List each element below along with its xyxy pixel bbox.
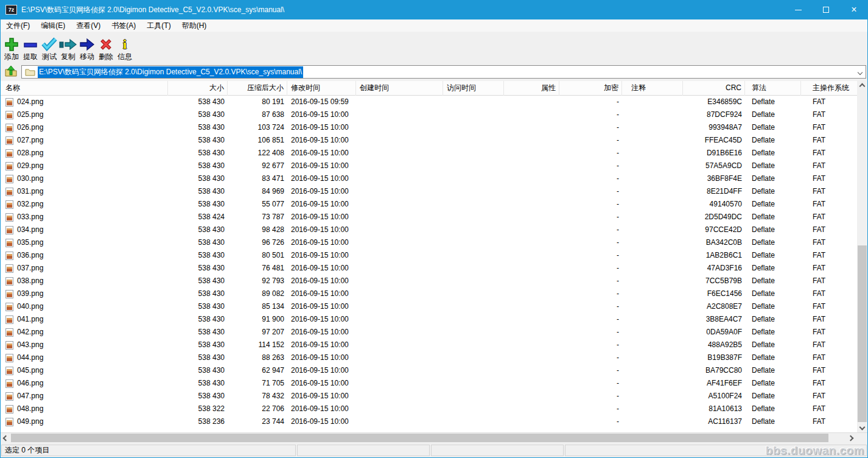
menu-bookmarks[interactable]: 书签(A) [106,19,141,32]
menu-tools[interactable]: 工具(T) [141,19,176,32]
column-header-modified[interactable]: 修改时间 [287,81,356,96]
file-attributes [504,275,559,287]
file-comment [622,224,683,236]
table-row[interactable]: 034.png 538 430 98 428 2016-09-15 10:00 … [1,224,858,236]
table-row[interactable]: 030.png 538 430 83 471 2016-09-15 10:00 … [1,172,858,185]
file-name: 030.png [17,172,43,185]
table-row[interactable]: 033.png 538 424 73 787 2016-09-15 10:00 … [1,211,858,224]
scroll-left-button[interactable] [1,433,11,443]
info-button[interactable]: i 信息 [116,33,134,62]
delete-button[interactable]: 删除 [97,33,115,62]
table-row[interactable]: 025.png 538 430 87 638 2016-09-15 10:00 … [1,108,858,121]
column-header-created[interactable]: 创建时间 [356,81,443,96]
table-row[interactable]: 042.png 538 430 97 207 2016-09-15 10:00 … [1,326,858,339]
file-modified: 2016-09-15 10:00 [287,172,356,185]
image-file-icon [5,188,13,196]
table-row[interactable]: 031.png 538 430 84 969 2016-09-15 10:00 … [1,185,858,198]
file-created [356,313,443,326]
maximize-button[interactable] [812,0,840,19]
table-row[interactable]: 041.png 538 430 91 900 2016-09-15 10:00 … [1,313,858,326]
scroll-down-button[interactable] [857,422,867,432]
table-row[interactable]: 037.png 538 430 76 481 2016-09-15 10:00 … [1,262,858,275]
scroll-right-button[interactable] [845,433,856,443]
table-row[interactable]: 039.png 538 430 89 082 2016-09-15 10:00 … [1,287,858,300]
table-row[interactable]: 024.png 538 430 80 191 2016-09-15 09:59 … [1,96,858,108]
table-row[interactable]: 043.png 538 430 114 152 2016-09-15 10:00… [1,339,858,351]
file-packed-size: 122 408 [228,147,287,160]
vertical-scrollbar[interactable] [857,81,867,432]
column-header-encrypted[interactable]: 加密 [559,81,622,96]
address-input[interactable]: E:\PSV\数码宝贝网络侦探 2.0\Digimon Detective_C5… [21,65,866,79]
table-row[interactable]: 028.png 538 430 122 408 2016-09-15 10:00… [1,147,858,160]
file-attributes [504,147,559,160]
move-arrow-icon [79,36,96,52]
file-host-os: FAT [801,96,858,108]
table-row[interactable]: 027.png 538 430 106 851 2016-09-15 10:00… [1,134,858,147]
column-header-crc[interactable]: CRC [683,81,745,96]
table-row[interactable]: 036.png 538 430 80 501 2016-09-15 10:00 … [1,249,858,262]
file-method: Deflate [745,121,801,134]
file-host-os: FAT [801,185,858,198]
table-row[interactable]: 032.png 538 430 55 077 2016-09-15 10:00 … [1,198,858,211]
table-row[interactable]: 046.png 538 430 71 705 2016-09-15 10:00 … [1,377,858,390]
table-row[interactable]: 049.png 538 236 23 744 2016-09-15 10:00 … [1,415,858,428]
up-one-level-button[interactable] [3,65,19,79]
column-header-method[interactable]: 算法 [745,81,801,96]
file-created [356,224,443,236]
file-method: Deflate [745,249,801,262]
vertical-scrollbar-thumb[interactable] [858,245,867,422]
column-header-comment[interactable]: 注释 [622,81,683,96]
file-accessed [443,403,504,415]
horizontal-scrollbar[interactable] [1,432,867,443]
file-name: 040.png [17,300,43,313]
file-modified: 2016-09-15 10:00 [287,185,356,198]
table-row[interactable]: 038.png 538 430 92 793 2016-09-15 10:00 … [1,275,858,287]
file-size: 538 430 [168,300,228,313]
table-row[interactable]: 029.png 538 430 92 677 2016-09-15 10:00 … [1,160,858,172]
extract-minus-icon [23,36,38,52]
column-header-size[interactable]: 大小 [168,81,228,96]
file-modified: 2016-09-15 10:00 [287,415,356,428]
table-row[interactable]: 044.png 538 430 88 263 2016-09-15 10:00 … [1,351,858,364]
column-header-accessed[interactable]: 访问时间 [443,81,504,96]
table-row[interactable]: 047.png 538 430 78 432 2016-09-15 10:00 … [1,390,858,403]
menu-edit[interactable]: 编辑(E) [35,19,71,32]
chevron-down-icon[interactable] [858,70,863,75]
extract-button[interactable]: 提取 [21,33,40,62]
copy-button[interactable]: 复制 [59,33,77,62]
column-header-name[interactable]: 名称 [1,81,168,96]
menu-help[interactable]: 帮助(H) [177,19,212,32]
table-row[interactable]: 048.png 538 322 22 706 2016-09-15 10:00 … [1,403,858,415]
file-attributes [504,262,559,275]
minimize-icon [795,10,802,10]
table-row[interactable]: 026.png 538 430 103 724 2016-09-15 10:00… [1,121,858,134]
menu-file[interactable]: 文件(F) [1,19,35,32]
column-header-packed-size[interactable]: 压缩后大小 [228,81,287,96]
column-header-attributes[interactable]: 属性 [504,81,559,96]
status-bar: 选定 0 个项目 [1,443,867,457]
move-button[interactable]: 移动 [78,33,96,62]
file-created [356,275,443,287]
menu-view[interactable]: 查看(V) [71,19,106,32]
file-attributes [504,108,559,121]
add-button[interactable]: 添加 [2,33,21,62]
table-row[interactable]: 040.png 538 430 85 134 2016-09-15 10:00 … [1,300,858,313]
window-title: E:\PSV\数码宝贝网络侦探 2.0\Digimon Detective_C5… [21,5,284,15]
scroll-up-button[interactable] [857,81,867,91]
file-size: 538 322 [168,403,228,415]
column-header-host-os[interactable]: 主操作系统 [801,81,858,96]
test-button[interactable]: 测试 [40,33,58,62]
minimize-button[interactable] [784,0,812,19]
file-encrypted: - [559,185,622,198]
table-row[interactable]: 045.png 538 430 62 947 2016-09-15 10:00 … [1,364,858,377]
file-packed-size: 92 677 [228,160,287,172]
file-created [356,108,443,121]
file-packed-size: 80 191 [228,96,287,108]
file-method: Deflate [745,147,801,160]
file-method: Deflate [745,198,801,211]
table-row[interactable]: 035.png 538 430 96 726 2016-09-15 10:00 … [1,236,858,249]
horizontal-scrollbar-thumb[interactable] [11,434,828,442]
file-packed-size: 96 726 [228,236,287,249]
close-button[interactable]: × [840,0,868,19]
image-file-icon [5,392,13,401]
